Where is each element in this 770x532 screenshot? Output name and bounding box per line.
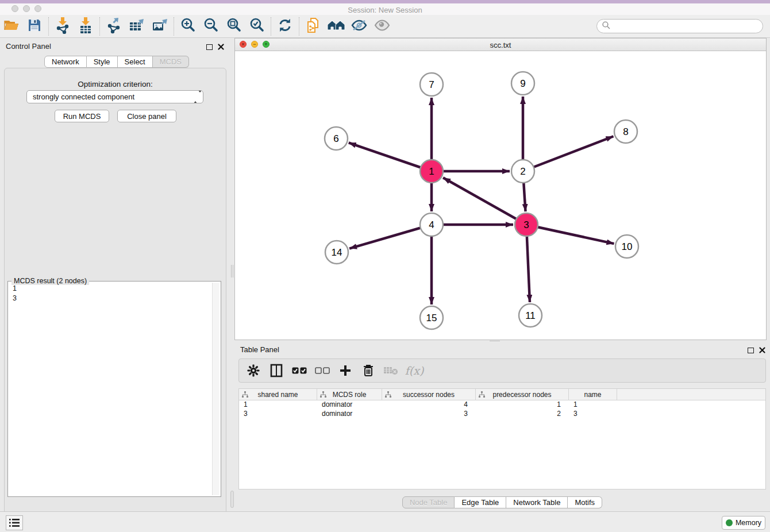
tab-node-table[interactable]: Node Table [402,496,455,508]
panel-list-button[interactable] [6,515,23,530]
zoom-selected-icon [249,17,265,36]
graph-node-1[interactable]: 1 [420,160,443,183]
close-panel-button[interactable]: Close panel [117,110,176,122]
run-mcds-button[interactable]: Run MCDS [55,110,109,122]
tab-edge-table[interactable]: Edge Table [455,496,506,508]
graph-node-4[interactable]: 4 [420,213,443,236]
table-panel-header-buttons [748,345,765,356]
select-stepper-icon [193,92,199,102]
table-row[interactable]: 3dominator323 [239,410,765,419]
network-window-titlebar[interactable]: × − + scc.txt [235,38,766,51]
column-header-successor-nodes[interactable]: successor nodes [382,389,476,400]
search-field[interactable] [596,19,763,33]
search-icon [602,21,611,32]
graph-edge-3-10[interactable] [526,225,614,244]
delete-column-button[interactable] [361,363,376,378]
graph-edge-3-1[interactable] [443,178,526,225]
zoom-out-button[interactable] [199,16,222,37]
zoom-fit-icon [226,17,242,36]
export-table-button[interactable] [125,16,148,37]
table-mode-button[interactable] [246,363,261,378]
table-panel: Table Panel f(x) shared name [234,342,770,511]
toolbar-separator [174,17,174,36]
zoom-selected-button[interactable] [245,16,268,37]
tab-network[interactable]: Network [44,56,87,68]
graph-node-10[interactable]: 10 [615,235,638,258]
zoom-in-button[interactable] [176,16,199,37]
add-column-button[interactable] [338,363,353,378]
delete-table-button[interactable] [384,363,399,378]
graph-node-label: 10 [622,241,633,252]
graph-node-15[interactable]: 15 [420,306,443,329]
graph-edge-4-14[interactable] [349,225,432,249]
graph-node-label: 3 [523,219,529,230]
graph-node-label: 2 [520,166,525,177]
save-session-button[interactable] [23,16,46,37]
control-panel-tabs: Network Style Select MCDS [44,56,189,68]
graph-edge-1-6[interactable] [349,142,432,171]
graph-node-label: 1 [429,166,434,177]
graph-node-8[interactable]: 8 [614,120,637,143]
tab-style[interactable]: Style [87,56,118,68]
tab-select[interactable]: Select [118,56,153,68]
memory-label: Memory [736,519,761,527]
table-cell: dominator [317,410,382,419]
hierarchy-icon [385,391,391,400]
show-graphics-details-button[interactable] [371,16,394,37]
graph-node-2[interactable]: 2 [511,160,534,183]
refresh-view-button[interactable] [274,16,297,37]
table-panel-title: Table Panel [240,345,279,354]
hierarchy-icon [242,391,248,400]
graph-node-6[interactable]: 6 [325,127,348,150]
search-input[interactable] [611,21,763,32]
float-panel-icon[interactable] [206,44,213,50]
table-row[interactable]: 1dominator411 [239,400,765,410]
export-image-button[interactable] [148,16,171,37]
graph-node-label: 11 [525,310,536,321]
close-panel-icon[interactable] [218,42,224,52]
graph-node-14[interactable]: 14 [325,241,348,264]
clone-network-icon [305,17,321,36]
open-session-button[interactable] [0,16,23,37]
tab-mcds[interactable]: MCDS [153,56,189,68]
vertical-splitter[interactable] [230,38,234,511]
graph-edge-2-8[interactable] [523,136,614,171]
column-header-name[interactable]: name [569,389,617,400]
import-table-button[interactable] [74,16,97,37]
tab-network-table[interactable]: Network Table [506,496,568,508]
deselect-all-button[interactable] [315,363,330,378]
ndex-home-button[interactable] [325,16,348,37]
memory-button[interactable]: Memory [722,516,765,530]
graph-node-11[interactable]: 11 [519,304,542,327]
float-panel-icon[interactable] [748,348,754,353]
close-panel-icon[interactable] [759,345,765,356]
table-cell: 4 [382,400,476,410]
function-builder-button[interactable]: f(x) [407,363,422,378]
graph-node-9[interactable]: 9 [511,72,534,95]
splitter-handle[interactable] [231,265,233,277]
eye-icon [374,19,391,34]
mcds-result-values[interactable]: 13 [9,284,211,303]
select-all-button[interactable] [292,363,307,378]
export-network-button[interactable] [102,16,125,37]
column-header-mcds-role[interactable]: MCDS role [317,389,382,400]
result-scrollbar[interactable] [212,283,220,495]
network-canvas[interactable]: 7968124314101511 [235,51,766,340]
optimization-criterion-select[interactable]: strongly connected component [26,90,203,103]
import-network-button[interactable] [51,16,74,37]
column-header-shared-name[interactable]: shared name [239,389,317,400]
hierarchy-icon [479,391,485,400]
graph-node-7[interactable]: 7 [420,73,443,96]
tab-motifs[interactable]: Motifs [568,496,602,508]
column-header-predecessor-nodes[interactable]: predecessor nodes [476,389,569,400]
export-image-icon [152,17,168,36]
hide-graphics-details-button[interactable] [348,16,371,37]
clone-network-button[interactable] [302,16,325,37]
show-columns-button[interactable] [269,363,284,378]
splitter-collapse-handle[interactable] [230,491,234,508]
checked-boxes-icon [292,367,307,375]
import-table-icon [78,17,93,36]
zoom-fit-button[interactable] [222,16,245,37]
save-floppy-icon [28,18,41,34]
graph-node-3[interactable]: 3 [515,213,538,236]
